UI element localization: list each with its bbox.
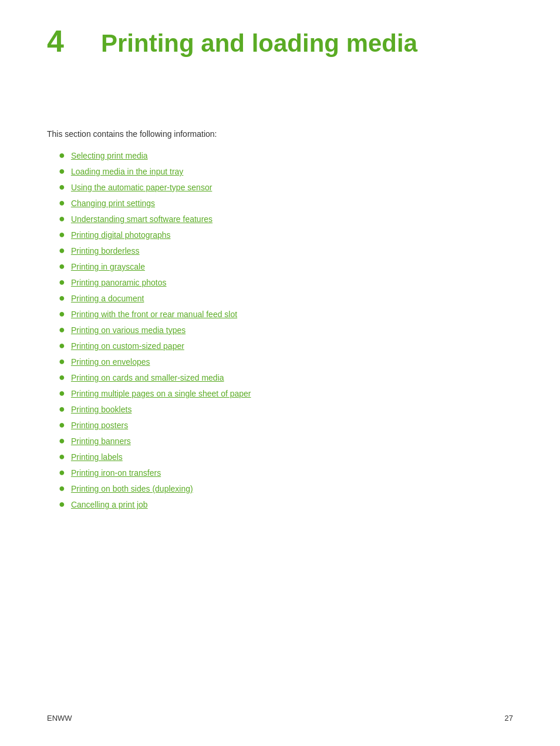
chapter-title: Printing and loading media (101, 29, 417, 58)
bullet-icon: ● (59, 404, 65, 414)
bullet-icon: ● (59, 451, 65, 462)
list-item: ●Printing on various media types (59, 324, 513, 335)
list-item: ●Printing on custom-sized paper (59, 340, 513, 351)
bullet-icon: ● (59, 277, 65, 287)
bullet-icon: ● (59, 197, 65, 208)
bullet-icon: ● (59, 229, 65, 240)
bullet-icon: ● (59, 340, 65, 351)
toc-link-9[interactable]: Printing a document (71, 294, 144, 303)
toc-link-4[interactable]: Understanding smart software features (71, 214, 212, 224)
list-item: ●Printing on both sides (duplexing) (59, 482, 513, 493)
bullet-icon: ● (59, 388, 65, 398)
list-item: ●Using the automatic paper-type sensor (59, 181, 513, 192)
list-item: ●Printing on envelopes (59, 355, 513, 367)
toc-link-7[interactable]: Printing in grayscale (71, 262, 145, 271)
list-item: ●Loading media in the input tray (59, 165, 513, 176)
list-item: ●Printing digital photographs (59, 228, 513, 240)
list-item: ●Selecting print media (59, 149, 513, 160)
bullet-icon: ● (59, 182, 65, 192)
toc-link-22[interactable]: Cancelling a print job (71, 500, 148, 509)
footer: ENWW 27 (47, 714, 513, 723)
list-item: ●Printing banners (59, 435, 513, 446)
bullet-icon: ● (59, 324, 65, 335)
bullet-icon: ● (59, 245, 65, 256)
list-item: ●Printing booklets (59, 403, 513, 414)
list-item: ●Printing a document (59, 292, 513, 303)
bullet-icon: ● (59, 166, 65, 176)
bullet-icon: ● (59, 150, 65, 160)
bullet-icon: ● (59, 308, 65, 319)
list-item: ●Understanding smart software features (59, 213, 513, 224)
bullet-icon: ● (59, 435, 65, 446)
list-item: ●Printing with the front or rear manual … (59, 308, 513, 319)
bullet-icon: ● (59, 372, 65, 382)
list-item: ●Printing in grayscale (59, 260, 513, 271)
list-item: ●Printing multiple pages on a single she… (59, 387, 513, 398)
toc-link-20[interactable]: Printing iron-on transfers (71, 468, 161, 478)
list-item: ●Changing print settings (59, 197, 513, 208)
toc-link-2[interactable]: Using the automatic paper-type sensor (71, 183, 212, 192)
bullet-icon: ● (59, 483, 65, 493)
list-item: ●Printing borderless (59, 244, 513, 256)
toc-link-0[interactable]: Selecting print media (71, 151, 148, 160)
list-item: ●Cancelling a print job (59, 498, 513, 509)
toc-link-15[interactable]: Printing multiple pages on a single shee… (71, 389, 251, 398)
toc-link-6[interactable]: Printing borderless (71, 246, 140, 256)
toc-link-19[interactable]: Printing labels (71, 452, 123, 462)
list-item: ●Printing panoramic photos (59, 276, 513, 287)
toc-link-21[interactable]: Printing on both sides (duplexing) (71, 484, 193, 493)
toc-link-3[interactable]: Changing print settings (71, 199, 155, 208)
intro-text: This section contains the following info… (47, 129, 513, 139)
list-item: ●Printing labels (59, 451, 513, 462)
toc-link-16[interactable]: Printing booklets (71, 405, 132, 414)
chapter-number: 4 (47, 23, 82, 59)
toc-list: ●Selecting print media●Loading media in … (59, 149, 513, 509)
toc-link-12[interactable]: Printing on custom-sized paper (71, 341, 184, 351)
list-item: ●Printing on cards and smaller-sized med… (59, 371, 513, 382)
bullet-icon: ● (59, 293, 65, 303)
bullet-icon: ● (59, 419, 65, 430)
bullet-icon: ● (59, 499, 65, 509)
toc-link-1[interactable]: Loading media in the input tray (71, 167, 183, 176)
toc-link-8[interactable]: Printing panoramic photos (71, 278, 167, 287)
toc-link-5[interactable]: Printing digital photographs (71, 230, 171, 240)
bullet-icon: ● (59, 261, 65, 271)
footer-left: ENWW (47, 714, 72, 723)
chapter-header: 4 Printing and loading media (47, 23, 513, 59)
toc-link-18[interactable]: Printing banners (71, 436, 131, 446)
footer-right: 27 (505, 714, 513, 723)
toc-link-10[interactable]: Printing with the front or rear manual f… (71, 310, 237, 319)
bullet-icon: ● (59, 356, 65, 367)
toc-link-13[interactable]: Printing on envelopes (71, 357, 150, 367)
bullet-icon: ● (59, 467, 65, 478)
toc-link-14[interactable]: Printing on cards and smaller-sized medi… (71, 373, 224, 382)
list-item: ●Printing posters (59, 419, 513, 430)
toc-link-11[interactable]: Printing on various media types (71, 325, 185, 335)
toc-link-17[interactable]: Printing posters (71, 421, 128, 430)
list-item: ●Printing iron-on transfers (59, 466, 513, 478)
bullet-icon: ● (59, 213, 65, 224)
